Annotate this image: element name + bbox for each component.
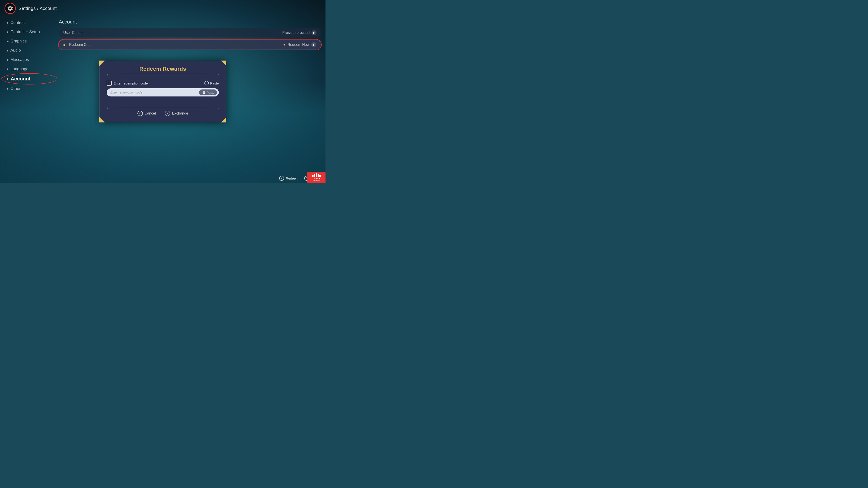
modal-corner-bl (99, 117, 105, 123)
gg-bar-5 (319, 175, 321, 177)
redeem-rewards-modal: Redeem Rewards ◆ ◆ Enter redemption code… (99, 61, 226, 122)
svg-marker-0 (99, 61, 105, 66)
exchange-label: Exchange (172, 111, 188, 116)
redemption-label: Enter redemption code (107, 80, 148, 86)
modal-overlay: Redeem Rewards ◆ ◆ Enter redemption code… (0, 0, 326, 183)
modal-title: Redeem Rewards (107, 66, 219, 72)
gg-text-line2: GUIDES (313, 180, 320, 182)
modal-corner-tl (99, 61, 105, 66)
gg-bars (312, 173, 321, 177)
gg-bar-1 (312, 175, 313, 177)
redemption-label-text: Enter redemption code (114, 81, 148, 85)
modal-corner-br (221, 117, 226, 123)
svg-marker-3 (221, 117, 226, 123)
redemption-code-input[interactable] (110, 89, 197, 96)
paste-label-text: Paste (210, 81, 219, 85)
paste-in-input-label: Paste (207, 91, 214, 94)
svg-marker-1 (221, 61, 226, 66)
cancel-circle-icon (137, 111, 143, 116)
square-icon (107, 80, 112, 86)
triangle-btn-icon: △ (204, 81, 209, 86)
paste-in-input-button[interactable]: 📋 Paste (199, 90, 217, 95)
paste-btn-label[interactable]: △ Paste (204, 81, 219, 86)
exchange-circle-icon (165, 111, 170, 116)
svg-marker-2 (99, 117, 105, 123)
gg-text-line1: GAMER (313, 177, 320, 180)
modal-corner-tr (221, 61, 226, 66)
modal-header: Redeem Rewards (100, 61, 225, 74)
gamer-guides-logo: GAMER GUIDES (307, 172, 326, 183)
modal-spacer (107, 96, 219, 103)
modal-footer: Cancel Exchange (100, 108, 225, 122)
square-icon-inner (108, 82, 110, 84)
redemption-input-row: 📋 Paste (107, 88, 219, 96)
gg-bar-3 (316, 173, 317, 177)
cancel-label: Cancel (145, 111, 156, 116)
exchange-button[interactable]: Exchange (165, 111, 188, 116)
clipboard-icon: 📋 (202, 91, 206, 94)
redemption-label-row: Enter redemption code △ Paste (107, 80, 219, 86)
gg-bar-2 (314, 174, 315, 177)
modal-bottom-divider: ◆ ◆ (107, 107, 219, 107)
modal-body: Enter redemption code △ Paste 📋 Paste (100, 77, 225, 108)
cancel-button[interactable]: Cancel (137, 111, 156, 116)
gg-bar-4 (318, 174, 319, 177)
